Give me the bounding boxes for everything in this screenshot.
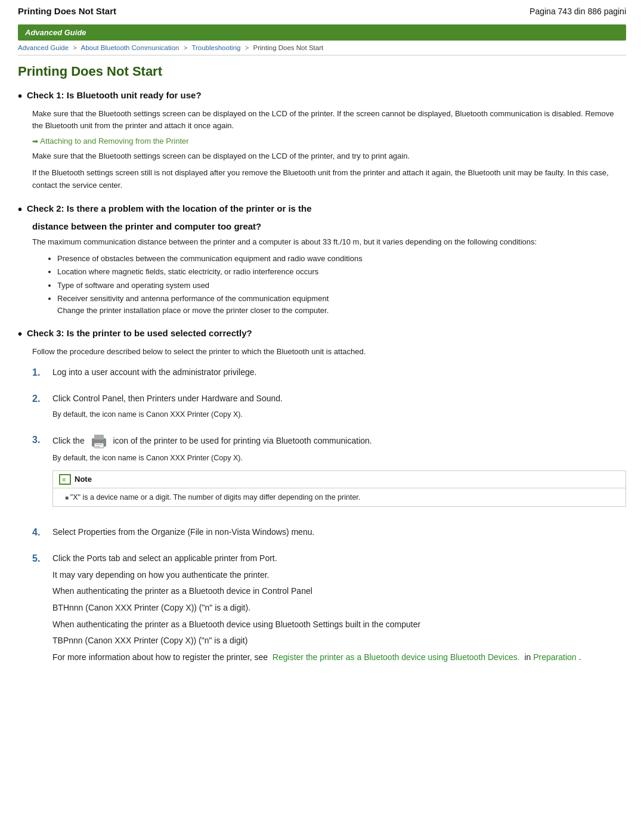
step2: 2. Click Control Panel, then Printers un… xyxy=(32,392,626,424)
check3-intro: Follow the procedure described below to … xyxy=(32,346,626,358)
check3-bullet: • xyxy=(18,328,22,340)
step3-text: Click the icon of the printer to be use xyxy=(52,433,626,449)
step1-text: Log into a user account with the adminis… xyxy=(52,366,626,379)
svg-point-5 xyxy=(102,440,104,442)
step5-sub6: For more information about how to regist… xyxy=(52,651,626,664)
svg-rect-2 xyxy=(94,443,104,448)
check2-heading-text: Check 2: Is there a problem with the loc… xyxy=(27,203,312,213)
step5-sub1: It may vary depending on how you authent… xyxy=(52,569,626,582)
check1-para3: If the Bluetooth settings screen still i… xyxy=(32,167,626,191)
step2-subtext: By default, the icon name is Canon XXX P… xyxy=(52,409,626,420)
step5-text: Click the Ports tab and select an applic… xyxy=(52,552,626,565)
preparation-link[interactable]: Preparation xyxy=(533,652,576,662)
step5-sub4: When authenticating the printer as a Blu… xyxy=(52,618,626,631)
check3-heading: • Check 3: Is the printer to be used sel… xyxy=(18,328,626,340)
check2-bullet-4: Receiver sensitivity and antenna perform… xyxy=(57,293,626,316)
check2-bullet-2: Location where magnetic fields, static e… xyxy=(57,266,626,278)
step3-text-before: Click the xyxy=(52,436,85,445)
breadcrumb-link-troubleshooting[interactable]: Troubleshooting xyxy=(191,44,240,51)
page-title: Printing Does Not Start xyxy=(18,64,626,79)
page-header: Printing Does Not Start Pagina 743 din 8… xyxy=(0,0,644,20)
check3-heading-text: Check 3: Is the printer to be used selec… xyxy=(27,328,252,338)
numbered-steps: 1. Log into a user account with the admi… xyxy=(32,366,626,667)
step4: 4. Select Properties from the Organize (… xyxy=(32,526,626,543)
breadcrumb: Advanced Guide > About Bluetooth Communi… xyxy=(18,44,626,55)
breadcrumb-sep-3: > xyxy=(245,44,249,51)
svg-rect-1 xyxy=(94,435,104,439)
step4-number: 4. xyxy=(32,526,49,539)
step3-content: Click the icon of the printer to be use xyxy=(52,433,626,516)
step2-text: Click Control Panel, then Printers under… xyxy=(52,392,626,405)
note-box: Note "X" is a device name or a digit. Th… xyxy=(52,470,626,507)
check2-body: The maximum communication distance betwe… xyxy=(32,236,626,317)
check2-bullet-1: Presence of obstacles between the commun… xyxy=(57,253,626,265)
main-content: Printing Does Not Start • Check 1: Is Bl… xyxy=(0,55,644,704)
register-bluetooth-link[interactable]: Register the printer as a Bluetooth devi… xyxy=(273,652,520,662)
check1-para1: Make sure that the Bluetooth settings sc… xyxy=(32,108,626,132)
svg-rect-3 xyxy=(95,444,103,445)
check1-heading-text: Check 1: Is Bluetooth unit ready for use… xyxy=(27,90,202,100)
attaching-removing-link[interactable]: Attaching to and Removing from the Print… xyxy=(32,137,189,145)
check1-heading: • Check 1: Is Bluetooth unit ready for u… xyxy=(18,90,626,102)
breadcrumb-link-advanced-guide[interactable]: Advanced Guide xyxy=(18,44,69,51)
printer-icon xyxy=(89,433,109,449)
note-body: "X" is a device name or a digit. The num… xyxy=(53,488,626,507)
note-title: Note xyxy=(75,475,92,484)
step5-sub2: When authenticating the printer as a Blu… xyxy=(52,585,626,598)
step1-number: 1. xyxy=(32,366,49,379)
guide-banner-label: Advanced Guide xyxy=(25,28,86,37)
note-icon xyxy=(59,474,71,485)
step2-content: Click Control Panel, then Printers under… xyxy=(52,392,626,424)
check2-subheading: distance between the printer and compute… xyxy=(32,221,626,231)
step5-subtexts: It may vary depending on how you authent… xyxy=(52,569,626,664)
step5: 5. Click the Ports tab and select an app… xyxy=(32,552,626,668)
check2-heading: • Check 2: Is there a problem with the l… xyxy=(18,203,626,215)
svg-rect-4 xyxy=(95,446,100,447)
step5-sub3: BTHnnn (Canon XXX Printer (Copy X)) ("n"… xyxy=(52,602,626,615)
step3-subtext: By default, the icon name is Canon XXX P… xyxy=(52,453,626,464)
step5-content: Click the Ports tab and select an applic… xyxy=(52,552,626,668)
check2-bullet-3: Type of software and operating system us… xyxy=(57,280,626,292)
check1-para2: Make sure that the Bluetooth settings sc… xyxy=(32,150,626,162)
step3: 3. Click the xyxy=(32,433,626,516)
check1-body: Make sure that the Bluetooth settings sc… xyxy=(32,108,626,191)
step1-content: Log into a user account with the adminis… xyxy=(52,366,626,383)
window-title: Printing Does Not Start xyxy=(18,6,116,16)
note-item-1: "X" is a device name or a digit. The num… xyxy=(65,492,620,503)
step5-sub5: TBPnnn (Canon XXX Printer (Copy X)) ("n"… xyxy=(52,634,626,648)
step3-number: 3. xyxy=(32,433,49,447)
check3-body: Follow the procedure described below to … xyxy=(32,346,626,668)
step3-text-after: icon of the printer to be used for print… xyxy=(113,436,371,445)
step5-in-text: in xyxy=(522,652,534,662)
check1-bullet: • xyxy=(18,90,22,102)
check2-bullet-list: Presence of obstacles between the commun… xyxy=(57,253,626,317)
guide-banner: Advanced Guide xyxy=(18,24,626,41)
step5-for-more-text: For more information about how to regist… xyxy=(52,652,273,662)
step4-text: Select Properties from the Organize (Fil… xyxy=(52,526,626,539)
step5-period: . xyxy=(577,652,581,662)
check1-section: • Check 1: Is Bluetooth unit ready for u… xyxy=(18,90,626,191)
breadcrumb-current: Printing Does Not Start xyxy=(253,44,324,51)
step4-content: Select Properties from the Organize (Fil… xyxy=(52,526,626,543)
check3-section: • Check 3: Is the printer to be used sel… xyxy=(18,328,626,668)
step1: 1. Log into a user account with the admi… xyxy=(32,366,626,383)
breadcrumb-sep-2: > xyxy=(184,44,188,51)
check2-bullet: • xyxy=(18,203,22,215)
check2-intro: The maximum communication distance betwe… xyxy=(32,236,626,248)
pagination: Pagina 743 din 886 pagini xyxy=(530,7,626,16)
check2-section: • Check 2: Is there a problem with the l… xyxy=(18,203,626,317)
step5-number: 5. xyxy=(32,552,49,565)
breadcrumb-sep-1: > xyxy=(73,44,77,51)
breadcrumb-link-bluetooth[interactable]: About Bluetooth Communication xyxy=(81,44,179,51)
step2-number: 2. xyxy=(32,392,49,405)
note-header: Note xyxy=(53,471,626,488)
